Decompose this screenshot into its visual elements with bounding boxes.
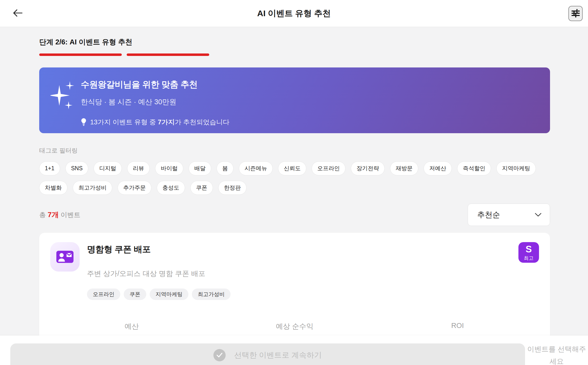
event-count-number: 7개 <box>48 211 59 219</box>
event-tag: 오프라인 <box>87 288 120 300</box>
selection-hint-text: 이벤트를 선택해주세요 <box>526 343 587 365</box>
continue-button-label: 선택한 이벤트로 계속하기 <box>234 350 322 360</box>
bottom-bar: 선택한 이벤트로 계속하기 이벤트를 선택해주세요 <box>0 336 588 365</box>
filter-tag-pill[interactable]: 추가주문 <box>118 181 151 195</box>
banner-info-text: 13가지 이벤트 유형 중 7가지가 추천되었습니다 <box>90 118 230 127</box>
event-card-top: 명함형 쿠폰 배포 주변 상가/오피스 대상 명함 쿠폰 배포 오프라인쿠폰지역… <box>50 242 539 300</box>
event-description: 주변 상가/오피스 대상 명함 쿠폰 배포 <box>87 269 231 279</box>
progress-bar <box>39 53 550 56</box>
filter-tag-pill[interactable]: SNS <box>65 161 88 175</box>
filter-tag-pill[interactable]: 쿠폰 <box>190 181 213 195</box>
check-circle-icon <box>213 349 226 361</box>
filter-tag-pill[interactable]: 저예산 <box>424 161 452 175</box>
event-tag-list: 오프라인쿠폰지역마케팅최고가성비 <box>87 288 231 300</box>
filter-tag-pill[interactable]: 바이럴 <box>155 161 183 175</box>
tag-filter-label: 태그로 필터링 <box>39 146 550 155</box>
progress-segment <box>127 53 209 56</box>
filter-tag-pill[interactable]: 1+1 <box>39 161 60 175</box>
continue-button[interactable]: 선택한 이벤트로 계속하기 <box>10 343 525 365</box>
banner-subtitle: 한식당 · 봄 시즌 · 예산 30만원 <box>81 97 535 107</box>
sparkles-icon <box>50 80 75 113</box>
filter-tag-pill[interactable]: 충성도 <box>157 181 185 195</box>
event-card-body: 명함형 쿠폰 배포 주변 상가/오피스 대상 명함 쿠폰 배포 오프라인쿠폰지역… <box>87 242 231 300</box>
event-count: 총 7개 이벤트 <box>39 210 80 220</box>
filter-settings-button[interactable] <box>568 6 583 21</box>
banner-info: 13가지 이벤트 유형 중 7가지가 추천되었습니다 <box>81 118 535 127</box>
filter-tag-pill[interactable]: 지역마케팅 <box>496 161 536 175</box>
step-label: 단계 2/6: AI 이벤트 유형 추천 <box>39 37 550 47</box>
sort-selected-value: 추천순 <box>477 210 500 220</box>
event-title: 명함형 쿠폰 배포 <box>87 244 231 255</box>
filter-tag-pill[interactable]: 봄 <box>217 161 233 175</box>
grade-letter: S <box>526 245 532 254</box>
event-tag: 최고가성비 <box>192 288 231 300</box>
filter-tag-pill[interactable]: 시즌메뉴 <box>239 161 273 175</box>
tune-sliders-icon <box>571 9 580 18</box>
page-title: AI 이벤트 유형 추천 <box>0 8 588 19</box>
progress-segment <box>39 53 122 56</box>
grade-badge: S 최고 <box>518 242 539 263</box>
filter-tag-pill[interactable]: 디지털 <box>94 161 122 175</box>
filter-tag-list: 1+1SNS디지털리뷰바이럴배달봄시즌메뉴신뢰도오프라인장기전략재방문저예산즉석… <box>39 161 550 195</box>
sort-dropdown[interactable]: 추천순 <box>468 204 550 226</box>
filter-tag-pill[interactable]: 리뷰 <box>127 161 150 175</box>
banner-title: 수원왕갈비님을 위한 맞춤 추천 <box>81 79 535 90</box>
contact-card-mail-icon <box>55 247 75 267</box>
recommendation-banner: 수원왕갈비님을 위한 맞춤 추천 한식당 · 봄 시즌 · 예산 30만원 13… <box>39 67 550 133</box>
lightbulb-icon <box>81 118 86 126</box>
filter-tag-pill[interactable]: 한정판 <box>218 181 246 195</box>
chevron-down-icon <box>535 213 541 217</box>
header: AI 이벤트 유형 추천 <box>0 0 588 27</box>
event-tag: 지역마케팅 <box>150 288 188 300</box>
filter-tag-pill[interactable]: 즉석할인 <box>457 161 491 175</box>
grade-label: 최고 <box>524 256 534 261</box>
filter-tag-pill[interactable]: 최고가성비 <box>73 181 112 195</box>
filter-tag-pill[interactable]: 재방문 <box>390 161 418 175</box>
filter-tag-pill[interactable]: 오프라인 <box>312 161 345 175</box>
filter-tag-pill[interactable]: 배달 <box>189 161 211 175</box>
event-icon-container <box>50 242 80 272</box>
filter-tag-pill[interactable]: 장기전략 <box>351 161 385 175</box>
filter-tag-pill[interactable]: 차별화 <box>39 181 67 195</box>
results-row: 총 7개 이벤트 추천순 <box>39 204 550 226</box>
event-tag: 쿠폰 <box>124 288 146 300</box>
main-content: 단계 2/6: AI 이벤트 유형 추천 수원왕갈비님을 위한 맞춤 추천 한식… <box>0 27 588 365</box>
filter-tag-pill[interactable]: 신뢰도 <box>278 161 306 175</box>
